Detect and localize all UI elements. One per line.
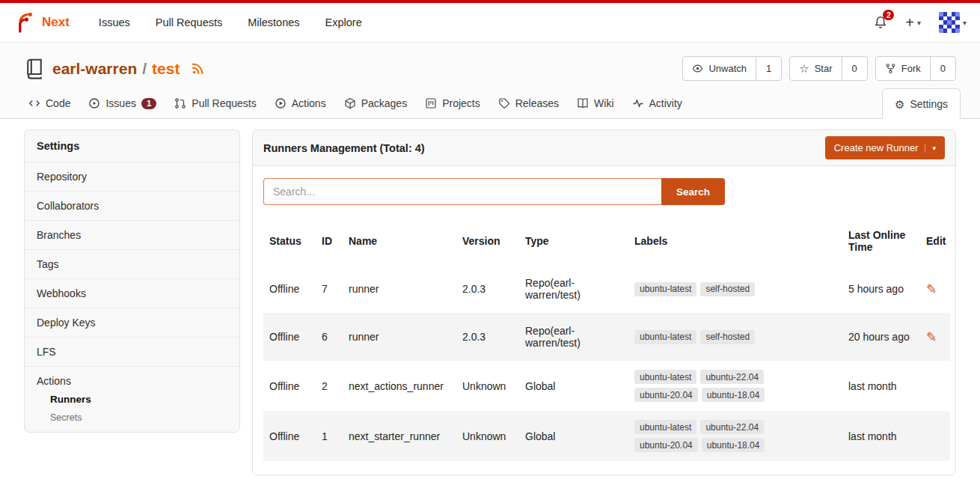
sidebar-item-branches[interactable]: Branches bbox=[25, 221, 239, 250]
star-label: Star bbox=[815, 63, 833, 74]
repo-title: earl-warren / test bbox=[52, 60, 180, 78]
create-menu-button[interactable]: + ▾ bbox=[905, 15, 921, 30]
tab-wiki[interactable]: Wiki bbox=[568, 88, 622, 118]
column-header-last-online: Last Online Time bbox=[842, 217, 920, 265]
runner-search-form: Search bbox=[263, 178, 945, 205]
user-menu-button[interactable]: ▾ bbox=[939, 12, 967, 33]
repo-separator: / bbox=[142, 60, 147, 78]
watch-button-group: Unwatch 1 bbox=[682, 56, 782, 81]
label-chip: ubuntu-latest bbox=[634, 330, 696, 344]
sidebar-item-tags[interactable]: Tags bbox=[25, 250, 239, 279]
plus-icon: + bbox=[905, 15, 914, 30]
repo-owner-link[interactable]: earl-warren bbox=[52, 60, 137, 78]
sidebar-item-collaborators[interactable]: Collaborators bbox=[25, 192, 239, 221]
tab-actions[interactable]: Actions bbox=[266, 88, 335, 118]
tab-issues[interactable]: Issues 1 bbox=[79, 88, 165, 118]
runners-panel: Runners Management (Total: 4) Create new… bbox=[252, 129, 956, 475]
gear-icon: ⚙ bbox=[895, 99, 904, 110]
edit-pencil-icon: ✎ bbox=[926, 282, 937, 296]
search-input[interactable] bbox=[263, 178, 661, 205]
pull-request-icon bbox=[174, 97, 186, 109]
search-button[interactable]: Search bbox=[661, 178, 725, 205]
settings-sidebar: Settings Repository Collaborators Branch… bbox=[24, 129, 240, 433]
page-title: Runners Management (Total: 4) bbox=[263, 142, 425, 154]
forgejo-logo-icon bbox=[13, 11, 36, 34]
runner-last-online: 5 hours ago bbox=[842, 265, 920, 313]
runners-panel-header: Runners Management (Total: 4) Create new… bbox=[253, 130, 955, 166]
star-button[interactable]: ☆ Star bbox=[790, 57, 841, 80]
runner-status: Offline bbox=[263, 313, 316, 361]
avatar bbox=[939, 12, 960, 33]
actions-play-icon bbox=[275, 97, 287, 109]
fork-icon bbox=[885, 63, 896, 74]
home-brand[interactable]: Next bbox=[13, 11, 70, 34]
unwatch-label: Unwatch bbox=[708, 63, 747, 74]
sidebar-item-repository[interactable]: Repository bbox=[25, 162, 239, 192]
runners-panel-body: Search Status ID Name Version Type Label… bbox=[253, 166, 955, 475]
tab-releases[interactable]: Releases bbox=[489, 88, 568, 118]
fork-button[interactable]: Fork bbox=[876, 57, 930, 80]
stars-count[interactable]: 0 bbox=[842, 57, 867, 80]
label-chip: ubuntu-18.04 bbox=[702, 388, 765, 402]
sidebar-item-deploy-keys[interactable]: Deploy Keys bbox=[25, 308, 239, 338]
sidebar-item-runners[interactable]: Runners bbox=[25, 390, 239, 409]
nav-item-pull-requests[interactable]: Pull Requests bbox=[143, 16, 235, 28]
sidebar-item-webhooks[interactable]: Webhooks bbox=[25, 279, 239, 308]
forks-count[interactable]: 0 bbox=[930, 57, 955, 80]
runner-type: Repo(earl-warren/test) bbox=[519, 313, 628, 361]
tab-activity[interactable]: Activity bbox=[623, 88, 691, 118]
runner-version: Unknown bbox=[456, 361, 519, 411]
tab-settings[interactable]: ⚙ Settings bbox=[882, 88, 961, 119]
runner-status: Offline bbox=[263, 265, 316, 313]
label-chip: ubuntu-latest bbox=[634, 282, 696, 296]
tab-packages-label: Packages bbox=[361, 97, 407, 109]
code-icon bbox=[28, 97, 40, 109]
label-chip: ubuntu-22.04 bbox=[700, 370, 764, 384]
repo-action-buttons: Unwatch 1 ☆ Star 0 bbox=[682, 56, 956, 81]
tab-wiki-label: Wiki bbox=[594, 97, 613, 109]
sidebar-item-secrets[interactable]: Secrets bbox=[25, 409, 239, 432]
sidebar-item-lfs[interactable]: LFS bbox=[25, 338, 239, 367]
tab-activity-label: Activity bbox=[649, 97, 682, 109]
notification-count-badge: 2 bbox=[883, 10, 894, 20]
column-header-labels: Labels bbox=[628, 217, 842, 265]
sidebar-title: Settings bbox=[25, 130, 239, 162]
star-icon: ☆ bbox=[799, 63, 809, 74]
tab-projects[interactable]: Projects bbox=[416, 88, 489, 118]
fork-button-group: Fork 0 bbox=[875, 56, 956, 81]
tab-code-label: Code bbox=[46, 97, 70, 109]
nav-item-issues[interactable]: Issues bbox=[86, 16, 143, 28]
navbar: Next Issues Pull Requests Milestones Exp… bbox=[0, 3, 980, 43]
star-button-group: ☆ Star 0 bbox=[789, 56, 868, 81]
tab-code[interactable]: Code bbox=[19, 88, 79, 118]
table-row: Offline 6 runner 2.0.3 Repo(earl-warren/… bbox=[263, 313, 950, 361]
runner-version: Unknown bbox=[456, 411, 519, 461]
runner-id: 6 bbox=[316, 313, 343, 361]
runner-type: Repo(earl-warren/test) bbox=[519, 265, 628, 313]
repo-name-link[interactable]: test bbox=[152, 60, 180, 78]
label-chip: ubuntu-latest bbox=[634, 370, 696, 384]
chevron-down-icon: ▾ bbox=[963, 19, 967, 27]
unwatch-button[interactable]: Unwatch bbox=[683, 57, 756, 80]
rss-button[interactable] bbox=[192, 62, 204, 75]
chevron-down-icon: ▾ bbox=[917, 19, 921, 27]
notifications-button[interactable]: 2 bbox=[874, 16, 887, 29]
runner-labels: ubuntu-latest self-hosted bbox=[634, 282, 780, 296]
tab-packages[interactable]: Packages bbox=[335, 88, 416, 118]
tag-icon bbox=[498, 97, 510, 109]
runner-name: next_starter_runner bbox=[343, 411, 456, 461]
brand-name: Next bbox=[42, 15, 70, 30]
edit-runner-button[interactable]: ✎ bbox=[926, 331, 937, 344]
nav-item-milestones[interactable]: Milestones bbox=[235, 16, 312, 28]
edit-runner-button[interactable]: ✎ bbox=[926, 283, 937, 296]
runner-status: Offline bbox=[263, 411, 316, 461]
sidebar-item-actions[interactable]: Actions bbox=[25, 367, 239, 390]
column-header-name: Name bbox=[343, 217, 456, 265]
create-new-runner-button[interactable]: Create new Runner ▾ bbox=[825, 136, 945, 159]
repo-header: earl-warren / test Unwatch 1 bbox=[0, 43, 980, 119]
nav-item-explore[interactable]: Explore bbox=[313, 16, 375, 28]
tab-pull-requests[interactable]: Pull Requests bbox=[165, 88, 265, 118]
watchers-count[interactable]: 1 bbox=[756, 57, 781, 80]
runner-id: 1 bbox=[316, 411, 343, 461]
runner-name: next_actions_runner bbox=[343, 361, 456, 411]
